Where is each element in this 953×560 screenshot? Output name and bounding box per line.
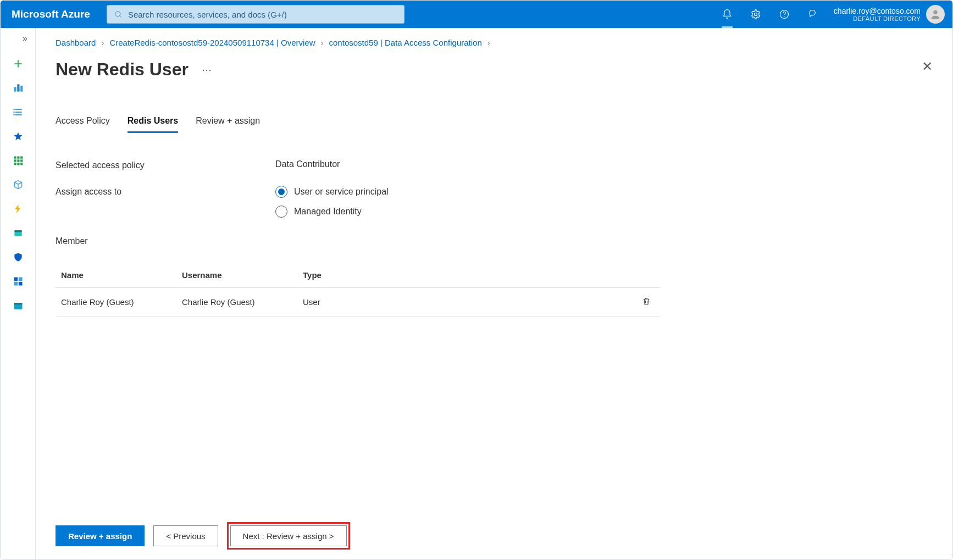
form-area: Selected access policy Data Contributor … — [56, 159, 660, 317]
storage-icon — [13, 300, 24, 311]
rail-favorites[interactable] — [12, 130, 24, 142]
top-bar: Microsoft Azure charlie.roy@contoso.com … — [1, 1, 952, 28]
trash-icon — [641, 296, 651, 307]
dashboard-icon — [13, 82, 24, 93]
close-button[interactable]: ✕ — [922, 59, 933, 74]
notifications-button[interactable] — [714, 1, 740, 28]
svg-point-16 — [13, 114, 14, 115]
svg-rect-28 — [14, 278, 18, 281]
col-username: Username — [182, 270, 303, 280]
table-row: Charlie Roy (Guest) Charlie Roy (Guest) … — [56, 288, 660, 317]
grid-icon — [13, 155, 24, 166]
review-assign-button[interactable]: Review + assign — [56, 525, 145, 546]
rail-all-services[interactable] — [12, 106, 24, 118]
topbar-icons — [714, 1, 826, 28]
breadcrumb-item-2[interactable]: contosostd59 | Data Access Configuration — [329, 38, 482, 47]
radio-user-principal-label: User or service principal — [294, 187, 389, 197]
rail-cube[interactable] — [12, 179, 24, 191]
rail-functions[interactable] — [12, 203, 24, 215]
apps-icon — [13, 276, 24, 287]
page-title: New Redis User — [56, 59, 189, 80]
svg-rect-23 — [14, 163, 16, 165]
star-icon — [13, 131, 24, 142]
feedback-button[interactable] — [800, 1, 826, 28]
chevron-right-icon: › — [487, 38, 490, 47]
rail-expand-toggle[interactable]: » — [23, 34, 35, 46]
cell-username: Charlie Roy (Guest) — [182, 297, 303, 307]
main-content: Dashboard › CreateRedis-contosostd59-202… — [36, 28, 952, 559]
previous-button[interactable]: < Previous — [153, 525, 218, 546]
account-block[interactable]: charlie.roy@contoso.com DEFAULT DIRECTOR… — [834, 7, 921, 23]
rail-resource-groups[interactable] — [12, 154, 24, 167]
members-table: Name Username Type Charlie Roy (Guest) C… — [56, 263, 660, 317]
next-button[interactable]: Next : Review + assign > — [230, 525, 347, 546]
search-wrap — [107, 5, 405, 24]
members-header-row: Name Username Type — [56, 263, 660, 288]
svg-rect-9 — [17, 84, 19, 91]
shield-icon — [13, 252, 24, 263]
label-selected-policy: Selected access policy — [56, 159, 275, 170]
value-selected-policy: Data Contributor — [275, 159, 660, 169]
settings-button[interactable] — [743, 1, 769, 28]
account-directory: DEFAULT DIRECTORY — [834, 15, 921, 23]
brand-label[interactable]: Microsoft Azure — [12, 8, 90, 20]
svg-rect-31 — [18, 282, 22, 286]
svg-rect-22 — [20, 159, 23, 162]
breadcrumb-item-0[interactable]: Dashboard — [56, 38, 96, 47]
account-email: charlie.roy@contoso.com — [834, 7, 921, 15]
chevron-right-icon: › — [101, 38, 104, 47]
next-button-highlight: Next : Review + assign > — [227, 522, 350, 550]
col-type: Type — [303, 270, 413, 280]
svg-line-1 — [120, 16, 121, 18]
more-button[interactable]: ⋯ — [202, 64, 213, 76]
rail-dashboard[interactable] — [12, 82, 24, 94]
svg-rect-24 — [17, 163, 19, 165]
radio-icon — [275, 186, 287, 198]
list-icon — [13, 107, 24, 118]
svg-point-5 — [933, 10, 937, 14]
svg-rect-25 — [20, 163, 23, 165]
member-heading: Member — [56, 236, 660, 246]
search-box[interactable] — [107, 5, 405, 24]
breadcrumb-item-1[interactable]: CreateRedis-contosostd59-20240509110734 … — [109, 38, 315, 47]
svg-point-14 — [13, 109, 14, 110]
wizard-footer: Review + assign < Previous Next : Review… — [56, 522, 350, 550]
tabs: Access Policy Redis Users Review + assig… — [56, 113, 933, 133]
svg-point-0 — [115, 12, 120, 16]
tab-access-policy[interactable]: Access Policy — [56, 113, 110, 133]
rail-sql[interactable] — [12, 227, 24, 239]
svg-rect-29 — [18, 278, 22, 281]
person-icon — [929, 8, 941, 20]
help-button[interactable] — [771, 1, 797, 28]
radio-managed-identity[interactable]: Managed Identity — [275, 206, 660, 218]
rail-create-resource[interactable] — [12, 58, 24, 70]
svg-rect-8 — [14, 87, 16, 91]
radio-managed-identity-label: Managed Identity — [294, 207, 362, 217]
left-rail: » — [1, 28, 36, 559]
assign-to-radio-group: User or service principal Managed Identi… — [275, 186, 660, 218]
svg-point-15 — [13, 112, 14, 113]
svg-rect-27 — [14, 230, 21, 232]
search-icon — [114, 10, 123, 19]
svg-rect-18 — [17, 157, 19, 159]
feedback-icon — [807, 9, 818, 20]
rail-storage[interactable] — [12, 300, 24, 312]
help-icon — [779, 9, 790, 20]
label-assign-to: Assign access to — [56, 186, 275, 197]
radio-icon — [275, 206, 287, 218]
cell-name: Charlie Roy (Guest) — [61, 297, 182, 307]
rail-apps[interactable] — [12, 275, 24, 287]
tab-redis-users[interactable]: Redis Users — [128, 113, 179, 133]
delete-row-button[interactable] — [641, 296, 655, 308]
rail-security[interactable] — [12, 251, 24, 263]
cube-icon — [13, 179, 24, 190]
plus-icon — [13, 58, 24, 69]
lightning-icon — [13, 203, 24, 214]
search-input[interactable] — [128, 10, 397, 19]
tab-review-assign[interactable]: Review + assign — [196, 113, 260, 133]
radio-user-principal[interactable]: User or service principal — [275, 186, 660, 198]
svg-rect-17 — [14, 157, 16, 159]
avatar[interactable] — [926, 5, 945, 24]
svg-rect-30 — [14, 282, 18, 286]
breadcrumb: Dashboard › CreateRedis-contosostd59-202… — [56, 38, 933, 47]
